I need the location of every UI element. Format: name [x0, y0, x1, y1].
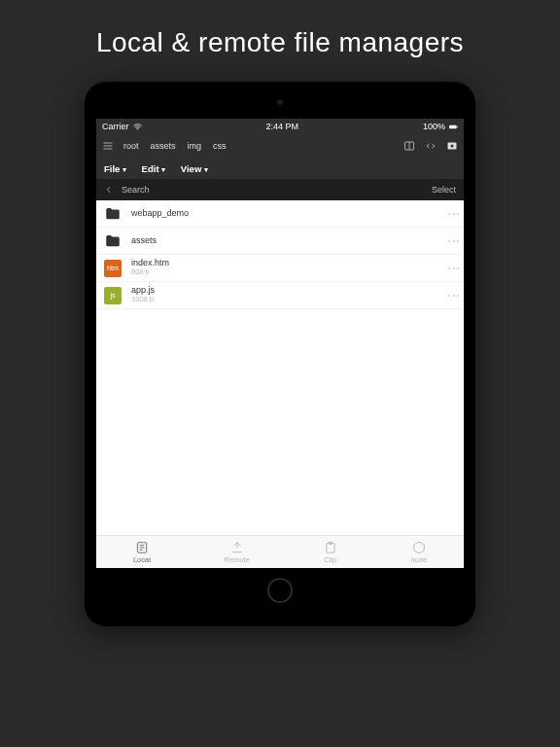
tab-label: Remote — [225, 555, 250, 564]
breadcrumb: root assets img css — [123, 141, 403, 151]
more-icon[interactable]: ⋮ — [451, 208, 456, 220]
tab-node[interactable]: node — [410, 541, 427, 564]
file-size: 808 b — [131, 268, 451, 276]
crumb-assets[interactable]: assets — [151, 141, 176, 151]
page-headline: Local & remote file managers — [96, 27, 464, 58]
tab-label: Clip — [324, 555, 336, 564]
hamburger-icon[interactable] — [102, 140, 114, 152]
more-icon[interactable]: ⋮ — [451, 290, 456, 302]
home-button[interactable] — [267, 578, 293, 603]
more-icon[interactable]: ⋮ — [451, 235, 456, 247]
list-item[interactable]: htm index.htm 808 b ⋮ — [96, 255, 464, 282]
more-icon[interactable]: ⋮ — [451, 263, 456, 274]
carrier-label: Carrier — [102, 122, 129, 131]
crumb-root[interactable]: root — [123, 141, 139, 151]
folder-icon — [104, 232, 122, 250]
device-frame: Carrier 2:44 PM 100% root assets img css — [85, 82, 475, 626]
crumb-css[interactable]: css — [213, 141, 227, 151]
app-screen: Carrier 2:44 PM 100% root assets img css — [96, 119, 464, 568]
list-item[interactable]: js app.js 1008 b ⋮ — [96, 282, 464, 309]
code-icon[interactable] — [425, 140, 437, 152]
tab-label: node — [410, 555, 427, 564]
js-file-icon: js — [104, 287, 122, 304]
wifi-icon — [133, 123, 142, 131]
remote-icon — [230, 541, 244, 554]
file-name: app.js — [131, 286, 451, 296]
battery-icon — [449, 123, 458, 131]
device-camera — [277, 99, 283, 105]
search-row: Search Select — [96, 179, 464, 200]
clip-icon — [324, 541, 337, 554]
file-name: assets — [131, 236, 451, 246]
menu-view[interactable]: View — [181, 163, 208, 174]
preview-icon[interactable] — [446, 140, 458, 152]
svg-rect-1 — [457, 125, 458, 126]
file-list: webapp_demo ⋮ assets ⋮ htm index.htm 808… — [96, 200, 464, 535]
folder-icon — [104, 205, 122, 223]
battery-label: 100% — [423, 122, 445, 131]
tab-clip[interactable]: Clip — [324, 541, 337, 564]
svg-point-4 — [451, 145, 454, 148]
local-icon — [135, 541, 149, 554]
svg-rect-0 — [449, 124, 457, 127]
tab-label: Local — [133, 555, 151, 564]
clock-label: 2:44 PM — [265, 122, 298, 131]
select-button[interactable]: Select — [432, 185, 456, 195]
back-icon[interactable] — [104, 185, 114, 195]
menu-file[interactable]: File — [104, 163, 126, 174]
list-item[interactable]: webapp_demo ⋮ — [96, 200, 464, 228]
tab-bar: Local Remote Clip node — [96, 535, 464, 568]
top-navbar: root assets img css — [96, 134, 464, 158]
menu-edit[interactable]: Edit — [142, 163, 165, 174]
crumb-img[interactable]: img — [188, 141, 202, 151]
node-icon — [412, 541, 426, 554]
status-bar: Carrier 2:44 PM 100% — [96, 119, 464, 134]
file-size: 1008 b — [131, 296, 451, 303]
file-name: index.htm — [131, 259, 451, 268]
menu-bar: File Edit View — [96, 158, 464, 179]
htm-file-icon: htm — [104, 260, 122, 277]
list-item[interactable]: assets ⋮ — [96, 228, 464, 255]
tab-local[interactable]: Local — [133, 541, 151, 564]
columns-icon[interactable] — [403, 140, 415, 152]
tab-remote[interactable]: Remote — [225, 541, 250, 564]
file-name: webapp_demo — [131, 209, 451, 219]
search-input[interactable]: Search — [122, 185, 150, 195]
